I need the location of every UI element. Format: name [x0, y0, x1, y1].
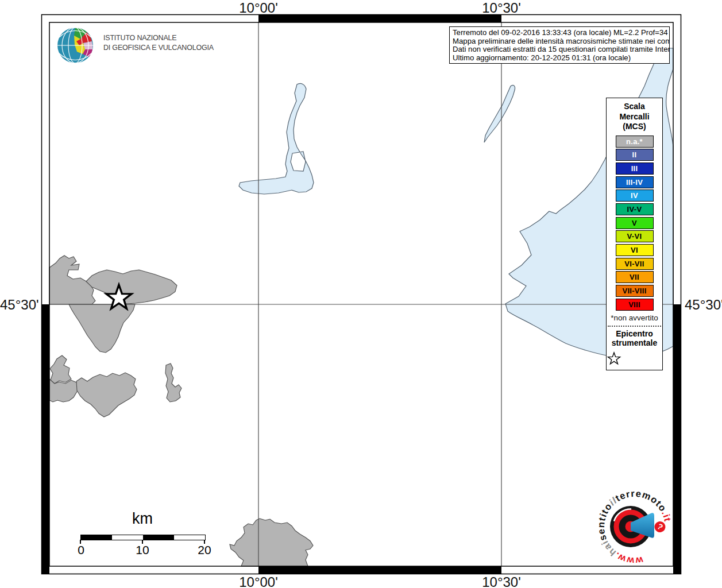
frame-band-top — [258, 15, 501, 23]
lon-label-bottom-left: 10°00' — [239, 574, 278, 588]
municipality-polygon — [230, 519, 313, 566]
ingv-logo — [56, 26, 94, 64]
earthquake-info-box: Terremoto del 09-02-2016 13:33:43 (ora l… — [449, 26, 670, 64]
legend-item-vii-viii: VII-VIII — [616, 285, 654, 297]
ingv-name-line2: DI GEOFISICA E VULCANOLOGIA — [103, 43, 214, 53]
legend-epicenter-label: Epicentro strumentale — [607, 329, 662, 348]
municipality-polygon — [86, 270, 177, 304]
mercalli-legend: Scala Mercalli (MCS) n.a.* II III III-IV… — [606, 98, 663, 370]
legend-item-viii: VIII — [616, 299, 654, 311]
hsit-logo: ? www.haisentitoilterremoto.it — [597, 490, 673, 566]
frame-band-right — [673, 304, 681, 574]
municipality-polygon — [165, 363, 182, 402]
ingv-name-line1: ISTITUTO NAZIONALE — [103, 33, 214, 43]
legend-item-vi: VI — [616, 244, 654, 256]
scale-bar-label-0: 0 — [78, 543, 84, 557]
municipality-polygon — [50, 355, 71, 384]
frame-band-left — [42, 304, 50, 574]
legend-item-vi-vii: VI-VII — [616, 258, 654, 270]
municipality-polygon — [69, 304, 135, 353]
legend-item-v-vi: V-VI — [616, 230, 654, 242]
legend-item-v: V — [616, 217, 654, 229]
info-line-map: Mappa preliminare delle intensità macros… — [453, 37, 666, 46]
lon-label-top-right: 10°30' — [482, 0, 521, 16]
scale-bar-unit: km — [132, 510, 153, 528]
ingv-name: ISTITUTO NAZIONALE DI GEOFISICA E VULCAN… — [103, 33, 214, 53]
legend-item-ii: II — [616, 149, 654, 161]
info-line-event: Terremoto del 09-02-2016 13:33:43 (ora l… — [453, 29, 666, 37]
legend-item-iv-v: IV-V — [616, 203, 654, 215]
legend-epicenter-star-icon — [607, 351, 662, 366]
legend-item-iii-iv: III-IV — [616, 176, 654, 188]
legend-title: Scala Mercalli (MCS) — [607, 98, 662, 132]
ingv-globe-icon — [56, 26, 94, 64]
legend-items: n.a.* II III III-IV IV IV-V V V-VI VI VI… — [607, 136, 662, 311]
info-line-data: Dati non verificati estratti da 15 quest… — [453, 45, 666, 54]
scale-bar-segment — [143, 535, 174, 540]
lon-label-bottom-right: 10°30' — [482, 574, 521, 588]
scale-bar-label-20: 20 — [198, 543, 211, 557]
lake-iseo — [239, 83, 314, 194]
legend-item-iii: III — [616, 163, 654, 175]
lat-label-right: 45°30' — [685, 297, 722, 313]
legend-item-vii: VII — [616, 271, 654, 283]
legend-item-na: n.a.* — [616, 136, 654, 148]
lon-label-top-left: 10°00' — [239, 0, 278, 16]
lake-idro — [484, 85, 515, 142]
legend-footnote: *non avvertito — [607, 314, 662, 322]
legend-item-iv: IV — [616, 189, 654, 202]
legend-divider — [608, 326, 661, 327]
hsit-logo-graphic: ? www.haisentitoilterremoto.it — [597, 490, 673, 566]
frame-band-bottom — [258, 566, 501, 574]
scale-bar-label-10: 10 — [136, 543, 149, 557]
scale-bar-segments — [80, 535, 206, 540]
municipalities-group — [49, 256, 313, 566]
scale-bar-segment — [81, 535, 112, 540]
seismic-intensity-map-page: 10°00' 10°30' 10°00' 10°30' 45°30' 45°30… — [0, 0, 722, 588]
municipality-polygon — [76, 373, 137, 417]
info-line-updated: Ultimo aggiornamento: 20-12-2025 01:31 (… — [453, 54, 666, 63]
lat-label-left: 45°30' — [0, 297, 39, 313]
